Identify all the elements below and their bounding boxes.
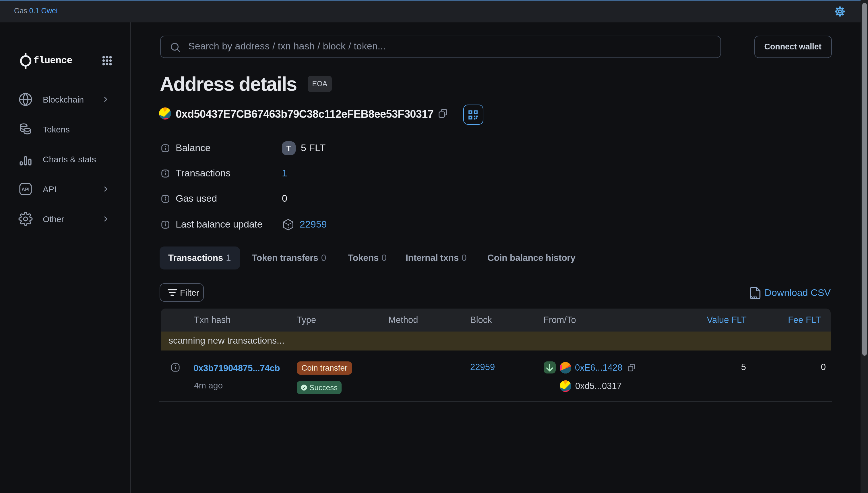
svg-text:API: API bbox=[22, 187, 29, 192]
svg-text:csv: csv bbox=[751, 294, 757, 299]
